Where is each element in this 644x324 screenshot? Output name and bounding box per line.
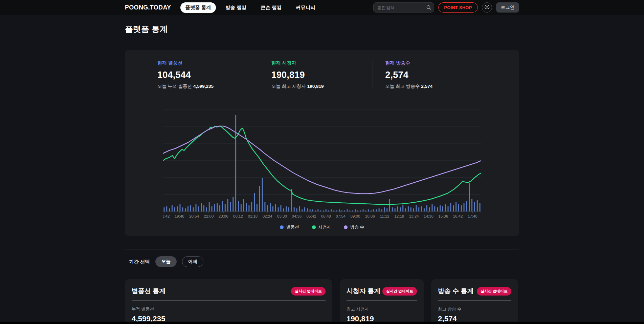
svg-text:20:54: 20:54: [189, 214, 199, 218]
platform-summary-card: 현재 별풍선 104,544 오늘 누적 별풍선4,599,235 현재 시청자…: [125, 50, 519, 236]
svg-text:01:18: 01:18: [248, 214, 258, 218]
legend-item[interactable]: 방송 수: [344, 224, 364, 230]
svg-text:23:06: 23:06: [219, 214, 228, 218]
current-broadcasts-value: 2,574: [385, 70, 480, 80]
current-viewers-label: 현재 시청자: [271, 60, 366, 66]
title-divider: [125, 40, 519, 40]
broadcast-stats-card: 방송 수 통계 실시간 업데이트 최고 방송 수 2,574 평균 방송 수 1…: [431, 279, 518, 324]
nav-item-community[interactable]: 커뮤니티: [291, 2, 320, 13]
current-viewers-sub: 오늘 최고 시청자190,819: [271, 83, 366, 89]
current-broadcasts-label: 현재 방송수: [385, 60, 480, 66]
point-shop-button[interactable]: POINT SHOP: [438, 2, 478, 13]
current-balloons-sub: 오늘 누적 별풍선4,599,235: [157, 83, 252, 89]
svg-text:03:30: 03:30: [277, 214, 287, 218]
peak-broadcasts-label: 최고 방송 수: [438, 306, 511, 312]
viewer-stats-card: 시청자 통계 실시간 업데이트 최고 시청자 190,819 평균 시청자 78…: [340, 279, 424, 324]
sun-icon: [484, 4, 490, 11]
legend-item[interactable]: 시청자: [312, 224, 331, 230]
period-selector: 기간 선택 오늘 어제: [125, 249, 519, 274]
main-nav: 플랫폼 통계 방송 랭킹 큰손 랭킹 커뮤니티: [180, 2, 320, 13]
detail-cards-row: 별풍선 통계 실시간 업데이트 누적 별풍선 4,599,235 시간 당 평균…: [125, 279, 519, 324]
nav-item-platform-stats[interactable]: 플랫폼 통계: [180, 2, 216, 13]
nav-item-broadcast-ranking[interactable]: 방송 랭킹: [221, 2, 251, 13]
legend-item[interactable]: 별풍선: [280, 224, 299, 230]
realtime-badge: 실시간 업데이트: [477, 287, 511, 296]
cumulative-balloons-label: 누적 별풍선: [132, 306, 326, 312]
svg-text:07:54: 07:54: [336, 214, 346, 218]
site-logo[interactable]: POONG.TODAY: [125, 4, 171, 11]
platform-trend-chart[interactable]: 18:4219:4820:5422:0023:0600:1201:1802:24…: [163, 100, 481, 220]
chart-legend: 별풍선 시청자 방송 수: [125, 224, 519, 230]
search-input[interactable]: [373, 2, 434, 13]
current-viewers-value: 190,819: [271, 70, 366, 80]
broadcasts-legend-dot: [344, 225, 348, 229]
summary-stat: 현재 별풍선 104,544 오늘 누적 별풍선4,599,235: [157, 60, 259, 89]
svg-text:00:12: 00:12: [233, 214, 243, 218]
period-yesterday-button[interactable]: 어제: [182, 256, 203, 267]
search-box: [373, 2, 434, 13]
svg-text:16:42: 16:42: [453, 214, 463, 218]
platform-chart-svg: 18:4219:4820:5422:0023:0600:1201:1802:24…: [163, 100, 481, 219]
top-navigation-bar: POONG.TODAY 플랫폼 통계 방송 랭킹 큰손 랭킹 커뮤니티 POIN…: [0, 0, 644, 15]
svg-text:14:30: 14:30: [424, 214, 434, 218]
period-today-button[interactable]: 오늘: [155, 256, 177, 267]
nav-item-bigspender-ranking[interactable]: 큰손 랭킹: [256, 2, 286, 13]
viewer-stats-title: 시청자 통계: [347, 287, 380, 296]
search-icon[interactable]: [426, 5, 431, 12]
current-balloons-label: 현재 별풍선: [157, 60, 252, 66]
svg-text:05:42: 05:42: [307, 214, 316, 218]
balloon-stats-card: 별풍선 통계 실시간 업데이트 누적 별풍선 4,599,235 시간 당 평균…: [125, 279, 332, 324]
summary-stat: 현재 시청자 190,819 오늘 최고 시청자190,819: [259, 60, 373, 89]
svg-text:22:00: 22:00: [204, 214, 214, 218]
page-title: 플랫폼 통계: [125, 24, 519, 35]
svg-text:19:48: 19:48: [175, 214, 184, 218]
divider: [132, 300, 326, 301]
current-broadcasts-sub: 오늘 최고 방송수2,574: [385, 83, 480, 89]
realtime-badge: 실시간 업데이트: [291, 287, 326, 296]
svg-text:06:48: 06:48: [321, 214, 331, 218]
balloon-stats-title: 별풍선 통계: [132, 287, 165, 296]
svg-text:17:48: 17:48: [468, 214, 478, 218]
svg-text:15:36: 15:36: [438, 214, 448, 218]
svg-text:18:42: 18:42: [163, 214, 170, 218]
broadcast-stats-title: 방송 수 통계: [438, 287, 474, 296]
summary-stats-row: 현재 별풍선 104,544 오늘 누적 별풍선4,599,235 현재 시청자…: [125, 60, 519, 89]
theme-toggle-button[interactable]: [482, 2, 492, 13]
svg-text:02:24: 02:24: [263, 214, 272, 218]
summary-stat: 현재 방송수 2,574 오늘 최고 방송수2,574: [373, 60, 487, 89]
divider: [347, 300, 417, 301]
peak-viewers-label: 최고 시청자: [347, 306, 417, 312]
svg-text:13:24: 13:24: [409, 214, 419, 218]
login-button[interactable]: 로그인: [496, 2, 519, 13]
realtime-badge: 실시간 업데이트: [382, 287, 417, 296]
svg-text:10:06: 10:06: [365, 214, 375, 218]
svg-text:04:36: 04:36: [292, 214, 302, 218]
svg-text:09:00: 09:00: [351, 214, 360, 218]
svg-text:11:12: 11:12: [380, 214, 390, 218]
divider: [438, 300, 511, 301]
window-bottom-edge: [0, 322, 644, 324]
svg-text:12:18: 12:18: [394, 214, 404, 218]
viewers-legend-dot: [312, 225, 316, 229]
current-balloons-value: 104,544: [157, 70, 252, 80]
period-label: 기간 선택: [129, 259, 150, 265]
balloon-legend-dot: [280, 225, 284, 229]
